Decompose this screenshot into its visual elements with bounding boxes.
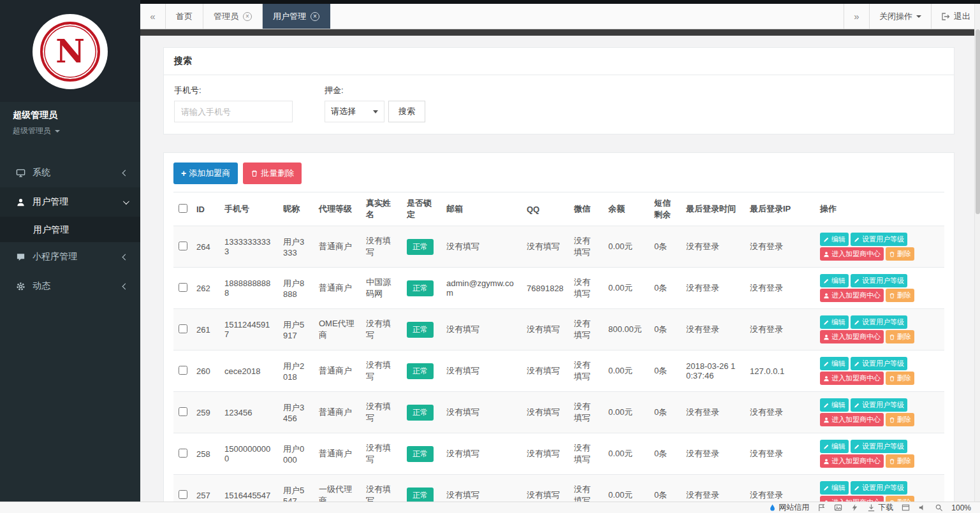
cell-last-login-time: 没有登录 — [681, 309, 745, 350]
enter-franchisee-center-button[interactable]: 进入加盟商中心 — [820, 454, 884, 468]
edit-label: 编辑 — [831, 317, 845, 327]
sidebar-item-mini-program[interactable]: 小程序管理 — [0, 242, 140, 271]
delete-button[interactable]: 删除 — [886, 454, 914, 468]
user-icon — [823, 417, 830, 423]
window-icon[interactable] — [902, 503, 910, 512]
set-user-level-button[interactable]: 设置用户等级 — [851, 481, 907, 495]
sidebar-item-system[interactable]: 系统 — [0, 158, 140, 187]
delete-button[interactable]: 删除 — [886, 372, 914, 385]
delete-button[interactable]: 删除 — [886, 496, 914, 502]
row-checkbox[interactable] — [179, 324, 187, 333]
close-tab-icon[interactable]: × — [311, 12, 319, 21]
logo-letter: N — [55, 36, 85, 68]
company-logo: N — [33, 14, 108, 89]
cell-phone: 15112445917 — [219, 309, 278, 350]
status-badge[interactable]: 正常 — [407, 363, 434, 379]
sidebar-item-user-management[interactable]: 用户管理 — [0, 187, 140, 217]
enter-franchisee-center-button[interactable]: 进入加盟商中心 — [820, 330, 884, 343]
set-user-level-button[interactable]: 设置用户等级 — [851, 315, 907, 329]
tab-user-management[interactable]: 用户管理 × — [263, 4, 330, 29]
user-role-dropdown[interactable]: 超级管理员 — [13, 126, 128, 136]
tabs-scroll-right-button[interactable]: » — [844, 4, 869, 29]
flag-icon[interactable] — [817, 503, 826, 512]
logout-button[interactable]: 退出 — [931, 4, 980, 29]
status-badge[interactable]: 正常 — [407, 239, 434, 255]
speaker-icon[interactable] — [918, 503, 926, 512]
enter-franchisee-center-button[interactable]: 进入加盟商中心 — [820, 496, 884, 502]
tab-home[interactable]: 首页 — [166, 4, 203, 29]
sidebar-subitem-user-management[interactable]: 用户管理 — [0, 217, 140, 242]
status-badge[interactable]: 正常 — [407, 446, 434, 462]
cell-last-login-time: 2018-03-26 10:37:46 — [681, 350, 745, 392]
site-credit-button[interactable]: 网站信用 — [769, 502, 809, 513]
edit-button[interactable]: 编辑 — [820, 315, 849, 329]
zoom-icon[interactable] — [935, 503, 943, 512]
cell-actions: 编辑 设置用户等级 — [815, 392, 944, 433]
column-header-agent-level: 代理等级 — [314, 192, 361, 226]
edit-label: 编辑 — [831, 483, 845, 493]
table-row: 257 1516445547 用户5547 一级代理商 没有填写 正常 没有填写… — [173, 475, 944, 502]
enter-franchisee-center-button[interactable]: 进入加盟商中心 — [820, 413, 884, 426]
delete-button[interactable]: 删除 — [886, 247, 914, 261]
tabs-scroll-left-button[interactable]: « — [140, 4, 166, 29]
tab-bar: « 首页 管理员 × 用户管理 × » 关闭操作 退出 — [140, 4, 980, 29]
row-checkbox[interactable] — [179, 490, 187, 499]
phone-input[interactable] — [174, 101, 293, 122]
close-tab-icon[interactable]: × — [243, 12, 252, 21]
delete-button[interactable]: 删除 — [886, 330, 914, 343]
cell-real-name: 没有填写 — [361, 309, 402, 350]
deposit-select[interactable]: 请选择 — [325, 101, 384, 122]
edit-button[interactable]: 编辑 — [820, 274, 849, 287]
edit-button[interactable]: 编辑 — [820, 398, 849, 412]
enter-franchisee-center-button[interactable]: 进入加盟商中心 — [820, 372, 884, 385]
search-panel: 搜索 手机号: 押金: 请选择 搜索 — [163, 47, 954, 134]
set-user-level-button[interactable]: 设置用户等级 — [851, 398, 907, 412]
delete-button[interactable]: 删除 — [886, 289, 914, 302]
cell-phone: 18888888888 — [219, 268, 278, 309]
row-checkbox[interactable] — [179, 242, 187, 250]
status-badge[interactable]: 正常 — [407, 280, 434, 296]
cell-actions: 编辑 设置用户等级 — [815, 433, 944, 475]
tab-admin[interactable]: 管理员 × — [203, 4, 263, 29]
edit-button[interactable]: 编辑 — [820, 440, 849, 453]
user-icon — [823, 334, 830, 340]
download-button[interactable]: 下载 — [867, 502, 893, 513]
image-icon[interactable] — [834, 503, 842, 512]
edit-button[interactable]: 编辑 — [820, 357, 849, 370]
edit-button[interactable]: 编辑 — [820, 233, 849, 246]
batch-delete-button[interactable]: 批量删除 — [243, 163, 302, 184]
search-button[interactable]: 搜索 — [388, 101, 425, 122]
set-user-level-button[interactable]: 设置用户等级 — [851, 440, 907, 453]
row-checkbox[interactable] — [179, 449, 187, 458]
set-user-level-button[interactable]: 设置用户等级 — [851, 233, 907, 246]
delete-button[interactable]: 删除 — [886, 413, 914, 426]
user-icon — [823, 458, 830, 465]
enter-franchisee-center-button[interactable]: 进入加盟商中心 — [820, 247, 884, 261]
status-badge[interactable]: 正常 — [407, 488, 434, 502]
user-name: 超级管理员 — [13, 110, 128, 121]
cell-nickname: 用户2018 — [278, 350, 314, 392]
row-checkbox[interactable] — [179, 407, 187, 416]
row-checkbox[interactable] — [179, 366, 187, 375]
set-user-level-button[interactable]: 设置用户等级 — [851, 357, 907, 370]
close-operations-dropdown[interactable]: 关闭操作 — [869, 4, 931, 29]
add-franchisee-button[interactable]: + 添加加盟商 — [173, 163, 238, 184]
zoom-level[interactable]: 100% — [951, 503, 971, 512]
row-checkbox[interactable] — [179, 283, 187, 292]
vertical-scrollbar[interactable] — [974, 4, 980, 502]
edit-button[interactable]: 编辑 — [820, 481, 849, 495]
cell-phone: 123456 — [219, 392, 278, 433]
gears-icon — [15, 281, 26, 291]
select-all-checkbox[interactable] — [179, 204, 187, 213]
sidebar-item-label: 小程序管理 — [33, 251, 116, 263]
scrollbar-thumb[interactable] — [976, 29, 980, 214]
status-badge[interactable]: 正常 — [407, 322, 434, 338]
cell-last-login-ip: 没有登录 — [745, 226, 815, 268]
set-user-level-label: 设置用户等级 — [862, 235, 904, 244]
lightning-icon[interactable] — [851, 503, 859, 512]
set-user-level-button[interactable]: 设置用户等级 — [851, 274, 907, 287]
enter-franchisee-center-button[interactable]: 进入加盟商中心 — [820, 289, 884, 302]
sidebar-item-dynamic[interactable]: 动态 — [0, 271, 140, 301]
table-row: 262 18888888888 用户8888 普通商户 中国源码网 正常 adm… — [173, 268, 944, 309]
status-badge[interactable]: 正常 — [407, 405, 434, 421]
